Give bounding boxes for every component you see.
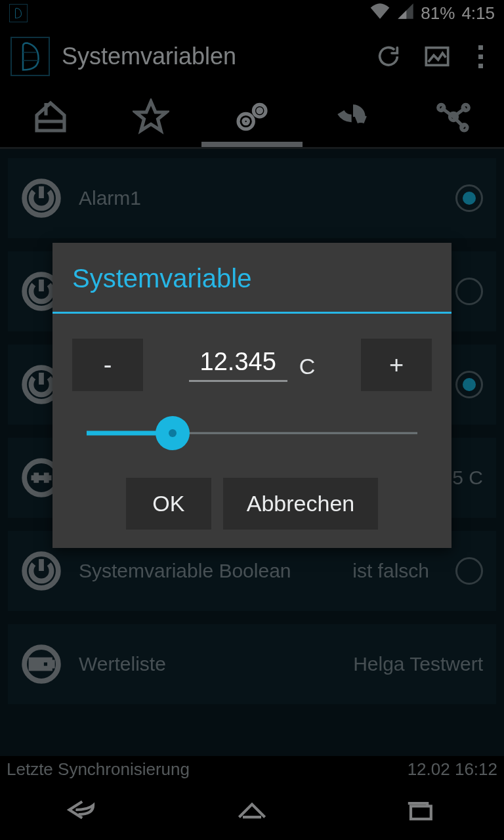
- dialog-separator: [52, 312, 452, 314]
- unit-label: C: [299, 354, 316, 382]
- value-slider[interactable]: [87, 420, 417, 446]
- value-stepper: - C +: [52, 339, 452, 391]
- cancel-button[interactable]: Abbrechen: [223, 478, 378, 530]
- slider-thumb[interactable]: [156, 416, 190, 450]
- decrement-button[interactable]: -: [72, 339, 143, 391]
- ok-button[interactable]: OK: [126, 478, 211, 530]
- dialog-title: Systemvariable: [52, 243, 452, 312]
- increment-button[interactable]: +: [361, 339, 432, 391]
- value-input[interactable]: [189, 348, 287, 382]
- edit-variable-dialog: Systemvariable - C + OK Abbrechen: [52, 243, 452, 548]
